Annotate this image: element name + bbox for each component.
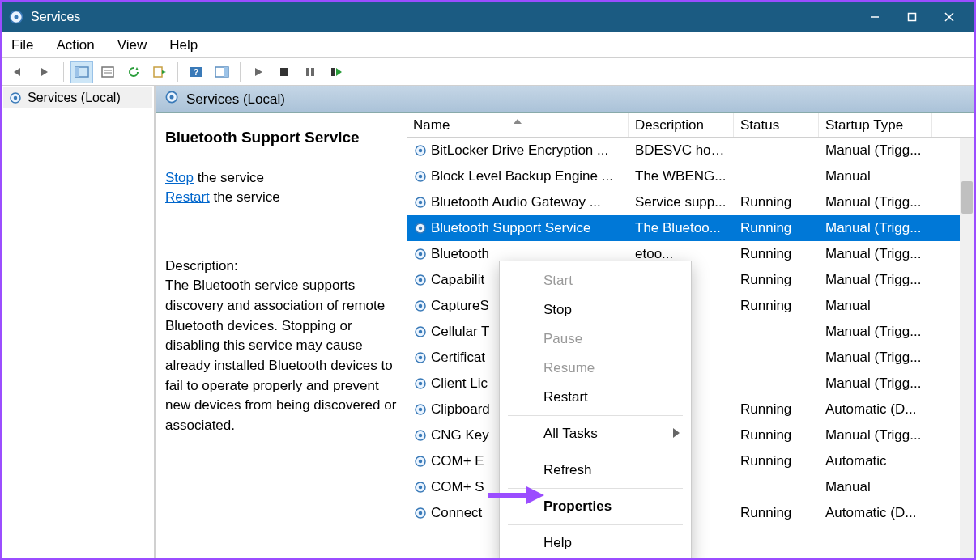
ctx-restart[interactable]: Restart [500,383,691,412]
ctx-all-tasks[interactable]: All Tasks [500,419,691,448]
restart-suffix: the service [210,189,280,205]
selected-service-title: Bluetooth Support Service [165,126,397,149]
nav-tree: Services (Local) [2,86,156,558]
svg-point-44 [419,304,423,308]
show-hide-tree-button[interactable] [70,61,93,83]
service-startup: Manual (Trigg... [819,142,932,159]
service-startup: Manual [819,479,932,495]
svg-point-40 [419,252,423,257]
col-description[interactable]: Description [629,113,734,137]
service-gear-icon [413,299,428,313]
service-gear-icon [413,325,428,339]
restart-link[interactable]: Restart [165,189,210,205]
service-status: Running [734,246,819,262]
show-action-pane-button[interactable] [211,61,233,83]
service-desc: etoo... [629,246,734,262]
col-status-label: Status [740,117,779,134]
svg-point-1 [15,15,19,19]
service-name: CNG Key [431,427,489,443]
service-name: Certificat [431,350,485,366]
svg-point-34 [419,175,423,179]
nav-back-button[interactable] [8,61,31,83]
sort-asc-icon [514,113,522,128]
svg-point-42 [419,278,423,282]
service-status: Running [734,220,819,236]
col-status[interactable]: Status [734,113,819,137]
maximize-button[interactable] [893,2,931,32]
service-gear-icon [413,143,428,158]
col-name[interactable]: Name [407,113,629,137]
service-name: Client Lic [431,375,488,392]
svg-marker-25 [336,68,342,76]
gear-icon [164,89,180,109]
svg-rect-21 [280,68,288,76]
service-status: Running [734,427,819,443]
svg-rect-9 [75,67,79,77]
table-row[interactable]: BitLocker Drive Encryption ...BDESVC hos… [407,138,974,163]
ctx-help[interactable]: Help [500,528,691,558]
svg-point-50 [419,382,423,386]
svg-point-56 [419,460,423,464]
svg-rect-22 [306,68,309,76]
service-gear-icon [413,350,428,365]
close-button[interactable] [931,2,968,32]
col-startup[interactable]: Startup Type [819,113,932,137]
svg-point-32 [419,149,423,153]
svg-point-60 [419,511,423,515]
svg-point-38 [419,227,423,231]
service-desc: The WBENG... [629,168,734,185]
service-actions: Stop the service Restart the service [165,168,397,208]
menu-help[interactable]: Help [168,34,199,57]
ctx-stop[interactable]: Stop [500,295,691,325]
ctx-refresh[interactable]: Refresh [500,456,691,485]
service-startup: Manual (Trigg... [819,375,932,392]
help-toolbar-button[interactable]: ? [185,61,207,83]
description-label: Description: [165,257,397,277]
svg-point-48 [419,356,423,360]
svg-rect-24 [331,68,335,76]
minimize-button[interactable] [856,2,893,32]
ctx-resume: Resume [500,354,691,383]
stop-suffix: the service [194,170,264,185]
table-row[interactable]: Bluetooth Audio Gateway ...Service supp.… [407,189,974,215]
svg-rect-10 [102,67,113,77]
service-name: COM+ S [431,479,484,495]
table-row[interactable]: Bluetooth Support ServiceThe Bluetoo...R… [407,215,974,241]
export-list-button[interactable] [148,61,171,83]
nav-forward-button[interactable] [34,61,57,83]
description-body: The Bluetooth service supports discovery… [165,276,397,435]
table-row[interactable]: Block Level Backup Engine ...The WBENG..… [407,163,974,189]
ctx-separator [508,415,683,416]
annotation-arrow-icon [488,483,544,511]
service-gear-icon [413,376,428,391]
stop-service-button[interactable] [273,61,296,83]
refresh-toolbar-button[interactable] [122,61,145,83]
ctx-start: Start [500,266,691,295]
col-more[interactable] [932,113,948,137]
service-desc: BDESVC hos... [629,142,734,159]
window-title: Services [31,10,856,24]
properties-toolbar-button[interactable] [96,61,119,83]
menu-view[interactable]: View [116,34,149,57]
service-gear-icon [413,273,428,287]
service-name: Connect [431,505,482,521]
scroll-thumb[interactable] [961,181,973,214]
svg-marker-61 [673,428,680,438]
toolbar-separator [177,62,178,82]
service-startup: Manual (Trigg... [819,272,932,288]
restart-service-button[interactable] [325,61,347,83]
scrollbar[interactable] [960,138,974,558]
stop-link[interactable]: Stop [165,170,194,185]
start-service-button[interactable] [247,61,270,83]
service-name: Block Level Backup Engine ... [431,168,613,185]
svg-rect-23 [311,68,314,76]
svg-rect-14 [154,67,162,77]
svg-point-36 [419,201,423,205]
svg-point-46 [419,330,423,334]
service-status: Running [734,401,819,418]
nav-services-local[interactable]: Services (Local) [3,87,152,108]
menu-action[interactable]: Action [54,34,96,57]
service-name: Bluetooth [431,246,489,262]
pause-service-button[interactable] [299,61,322,83]
menu-file[interactable]: File [10,34,35,57]
